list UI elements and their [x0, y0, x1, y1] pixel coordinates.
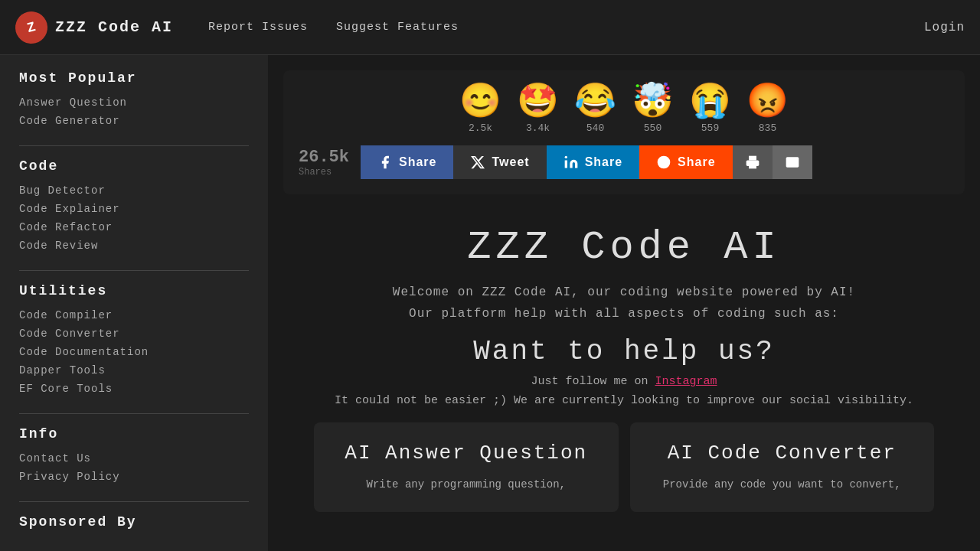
share-panel: 😊 2.5k 🤩 3.4k 😂 540 🤯 550 😭 559 [283, 70, 965, 194]
follow-prefix: Just follow me on [531, 375, 655, 388]
nav: Report Issues Suggest Features [196, 15, 924, 40]
help-section: Want to help us? Just follow me on Insta… [314, 336, 934, 407]
logo[interactable]: Z ZZZ Code AI [15, 11, 173, 44]
svg-point-1 [658, 156, 671, 169]
emoji-face-0: 😊 [459, 86, 501, 119]
divider-4 [19, 501, 249, 502]
email-button[interactable] [773, 145, 812, 179]
sidebar-item-answer-question[interactable]: Answer Question [19, 93, 249, 112]
divider-3 [19, 413, 249, 414]
card-text-1: Provide any code you want to convert, [649, 476, 916, 493]
help-description: It could not be easier ;) We are current… [314, 394, 934, 407]
sidebar-section-sponsored: Sponsored By [19, 514, 249, 530]
main-content: ZZZ Code AI Welcome on ZZZ Code AI, our … [283, 210, 965, 527]
sidebar-item-code-explainer[interactable]: Code Explainer [19, 200, 249, 218]
twitter-share-button[interactable]: Tweet [453, 145, 546, 179]
sidebar-item-code-refactor[interactable]: Code Refactor [19, 218, 249, 236]
share-count-number: 26.5k [299, 148, 349, 167]
facebook-icon [377, 155, 393, 170]
emoji-face-1: 🤩 [517, 86, 559, 119]
share-count-label: Shares [299, 167, 332, 178]
nav-report-issues[interactable]: Report Issues [196, 15, 320, 40]
share-buttons-row: 26.5k Shares Share Tweet Share r Sh [299, 145, 949, 179]
card-title-0: AI Answer Question [333, 442, 599, 465]
sidebar-item-code-documentation[interactable]: Code Documentation [19, 343, 249, 361]
sidebar-title-sponsored: Sponsored By [19, 514, 249, 530]
sidebar-item-dapper-tools[interactable]: Dapper Tools [19, 361, 249, 380]
card-answer-question: AI Answer Question Write any programming… [314, 422, 619, 512]
emoji-face-2: 😂 [574, 86, 616, 119]
print-icon [745, 155, 760, 170]
page-subtitle: Welcome on ZZZ Code AI, our coding websi… [314, 285, 934, 299]
sidebar-item-ef-core-tools[interactable]: EF Core Tools [19, 380, 249, 398]
emoji-item-2: 😂 540 [574, 86, 616, 134]
emoji-item-3: 🤯 550 [632, 86, 674, 134]
nav-suggest-features[interactable]: Suggest Features [324, 15, 471, 40]
emoji-count-0: 2.5k [469, 122, 492, 134]
emoji-count-3: 550 [644, 122, 662, 134]
instagram-link[interactable]: Instagram [655, 375, 717, 388]
divider-2 [19, 270, 249, 271]
emoji-item-0: 😊 2.5k [459, 86, 501, 134]
emoji-item-5: 😡 835 [746, 86, 789, 134]
emoji-item-1: 🤩 3.4k [517, 86, 559, 134]
svg-rect-3 [749, 164, 756, 169]
emoji-count-5: 835 [759, 122, 776, 134]
main-layout: Most Popular Answer Question Code Genera… [0, 55, 980, 551]
svg-text:r: r [660, 158, 664, 166]
sidebar-title-code: Code [19, 158, 249, 174]
facebook-label: Share [399, 155, 436, 169]
reddit-share-button[interactable]: r Share [639, 145, 732, 179]
emoji-face-3: 🤯 [632, 86, 674, 119]
sidebar-item-code-compiler[interactable]: Code Compiler [19, 306, 249, 324]
emoji-face-4: 😭 [689, 86, 731, 119]
email-icon [785, 155, 800, 170]
emoji-row: 😊 2.5k 🤩 3.4k 😂 540 🤯 550 😭 559 [299, 86, 949, 134]
sidebar-section-popular: Most Popular Answer Question Code Genera… [19, 70, 249, 130]
sidebar: Most Popular Answer Question Code Genera… [0, 55, 268, 551]
page-title: ZZZ Code AI [314, 225, 934, 270]
print-button[interactable] [733, 145, 773, 179]
sidebar-section-code: Code Bug Detector Code Explainer Code Re… [19, 158, 249, 255]
twitter-icon [470, 155, 485, 170]
platforms-text: Our platform help with all aspects of co… [314, 307, 934, 321]
emoji-count-1: 3.4k [526, 122, 550, 134]
sidebar-section-info: Info Contact Us Privacy Policy [19, 426, 249, 486]
sidebar-section-utilities: Utilities Code Compiler Code Converter C… [19, 283, 249, 398]
sidebar-item-code-review[interactable]: Code Review [19, 236, 249, 255]
follow-text: Just follow me on Instagram [314, 375, 934, 388]
sidebar-item-bug-detector[interactable]: Bug Detector [19, 181, 249, 200]
svg-point-0 [564, 156, 567, 158]
emoji-count-2: 540 [586, 122, 604, 134]
content-area: 😊 2.5k 🤩 3.4k 😂 540 🤯 550 😭 559 [268, 55, 980, 551]
linkedin-share-button[interactable]: Share [547, 145, 639, 179]
sidebar-title-info: Info [19, 426, 249, 442]
sidebar-title-popular: Most Popular [19, 70, 249, 86]
reddit-label: Share [678, 155, 715, 169]
share-count-display: 26.5k Shares [299, 148, 349, 178]
sidebar-item-contact-us[interactable]: Contact Us [19, 449, 249, 468]
twitter-label: Tweet [492, 155, 529, 169]
emoji-face-5: 😡 [746, 86, 789, 119]
logo-icon: Z [11, 8, 51, 47]
card-title-1: AI Code Converter [649, 442, 916, 465]
logo-text: ZZZ Code AI [55, 18, 173, 36]
cards-row: AI Answer Question Write any programming… [314, 422, 934, 512]
login-button[interactable]: Login [924, 21, 965, 34]
header: Z ZZZ Code AI Report Issues Suggest Feat… [0, 0, 980, 55]
sidebar-item-privacy-policy[interactable]: Privacy Policy [19, 468, 249, 486]
emoji-count-4: 559 [701, 122, 719, 134]
sidebar-item-code-generator[interactable]: Code Generator [19, 112, 249, 130]
card-code-converter: AI Code Converter Provide any code you w… [630, 422, 935, 512]
help-title: Want to help us? [314, 336, 934, 367]
sidebar-title-utilities: Utilities [19, 283, 249, 298]
facebook-share-button[interactable]: Share [361, 145, 453, 179]
reddit-icon: r [656, 155, 671, 170]
emoji-item-4: 😭 559 [689, 86, 731, 134]
divider-1 [19, 145, 249, 146]
linkedin-label: Share [585, 155, 622, 169]
card-text-0: Write any programming question, [333, 476, 599, 493]
sidebar-item-code-converter[interactable]: Code Converter [19, 324, 249, 343]
linkedin-icon [564, 155, 579, 170]
